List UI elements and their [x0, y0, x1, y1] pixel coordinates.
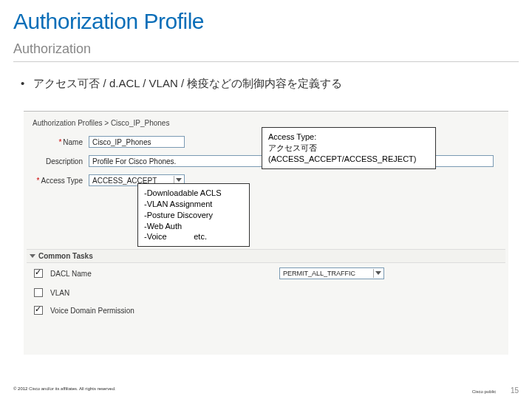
bullet-text: アクセス可否 / d.ACL / VLAN / 検疫などの制御内容を定義する — [33, 77, 342, 89]
common-tasks-section: Common Tasks DACL Name PERMIT_ALL_TRAFFI… — [27, 249, 505, 319]
copyright: © 2012 Cisco and/or its affiliates. All … — [13, 386, 116, 395]
footer: © 2012 Cisco and/or its affiliates. All … — [13, 386, 519, 395]
dacl-value: PERMIT_ALL_TRAFFIC — [283, 270, 370, 277]
page-subtitle: Authorization — [13, 41, 519, 62]
bullet-line: • アクセス可否 / d.ACL / VLAN / 検疫などの制御内容を定義する — [21, 77, 342, 91]
bullet-dot: • — [21, 77, 24, 89]
access-type-label: *Access Type — [30, 177, 83, 185]
callout-access-text: Access Type: アクセス可否 (ACCESS_ACCEPT/ACCES… — [268, 132, 429, 165]
page-number: 15 — [511, 386, 519, 395]
name-input[interactable] — [89, 136, 185, 148]
voice-label: Voice Domain Permission — [50, 307, 154, 315]
footer-right: Cisco public 15 — [472, 386, 519, 395]
access-type-row: *Access Type ACCESS_ACCEPT — [30, 174, 502, 186]
vlan-checkbox[interactable] — [34, 288, 43, 297]
dacl-row: DACL Name PERMIT_ALL_TRAFFIC — [27, 263, 505, 284]
vlan-row: VLAN — [27, 284, 505, 301]
page-title: Authorization Profile — [13, 9, 204, 34]
callout-tasks-text: -Downloadable ACLS -VLAN Assignment -Pos… — [144, 188, 243, 242]
common-tasks-title: Common Tasks — [38, 252, 93, 260]
name-label: *Name — [30, 138, 83, 146]
description-label: Description — [30, 157, 83, 166]
slide: Authorization Profile Authorization • アク… — [0, 0, 532, 399]
dacl-select[interactable]: PERMIT_ALL_TRAFFIC — [279, 267, 384, 279]
chevron-down-icon — [373, 269, 382, 278]
disclosure-triangle-icon — [30, 254, 35, 258]
dacl-label: DACL Name — [50, 270, 154, 278]
dacl-checkbox[interactable] — [34, 269, 43, 278]
callout-access-type: Access Type: アクセス可否 (ACCESS_ACCEPT/ACCES… — [262, 127, 436, 169]
common-tasks-header[interactable]: Common Tasks — [27, 249, 505, 263]
vlan-label: VLAN — [50, 289, 154, 297]
confidentiality: Cisco public — [472, 389, 496, 394]
callout-common-tasks: -Downloadable ACLS -VLAN Assignment -Pos… — [137, 183, 250, 247]
voice-checkbox[interactable] — [34, 306, 43, 315]
voice-row: Voice Domain Permission — [27, 301, 505, 319]
